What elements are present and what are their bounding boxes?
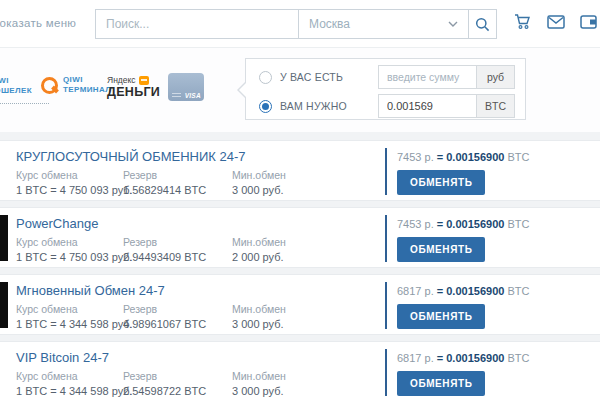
yandex-purse-icon <box>139 76 149 85</box>
exchanger-title-link[interactable]: Мгновенный Обмен 24-7 <box>16 283 165 298</box>
exchanger-title-link[interactable]: КРУГЛОСУТОЧНЫЙ ОБМЕННИК 24-7 <box>16 149 246 164</box>
search-icon <box>475 17 490 32</box>
exchanger-row: Мгновенный Обмен 24-7 Курс обмена1 BTC =… <box>0 274 600 335</box>
search-bar: Москва <box>95 9 497 39</box>
exchanger-logo <box>0 215 8 261</box>
exchanger-logo <box>0 282 8 328</box>
have-label[interactable]: У ВАС ЕСТЬ <box>280 71 343 83</box>
qiwi-wallet-line1: QIWI <box>0 76 32 86</box>
divider <box>385 282 387 329</box>
wallet-widget[interactable]: 0.0 <box>580 15 600 29</box>
payment-bank-card[interactable]: VISA <box>168 73 204 101</box>
exchange-button[interactable]: ОБМЕНЯТЬ <box>397 371 485 396</box>
cart-icon[interactable] <box>514 13 532 30</box>
visa-label: VISA <box>185 92 201 99</box>
rate-value: 1 BTC = 4 750 093 руб. <box>16 184 133 196</box>
have-amount-input[interactable] <box>378 65 477 89</box>
divider <box>385 148 387 195</box>
exchanger-title-link[interactable]: PowerChange <box>16 216 98 231</box>
exchanger-row: VIP Bitcoin 24-7 Курс обмена1 BTC = 4 34… <box>0 341 600 400</box>
rate-label: Курс обмена <box>16 169 133 181</box>
need-amount-input[interactable] <box>378 94 477 118</box>
need-currency: BTC <box>477 94 515 118</box>
reserve-value: 4.98961067 BTC <box>123 318 206 330</box>
rate-value: 1 BTC = 4 344 598 руб. <box>16 318 133 330</box>
search-input[interactable] <box>96 10 298 38</box>
rate-label: Курс обмена <box>16 303 133 315</box>
payment-qiwi-terminal[interactable]: QIWI ТЕРМИНАЛ <box>41 75 111 95</box>
exchanger-logo <box>0 349 8 395</box>
reserve-value: 1.56829414 BTC <box>123 184 206 196</box>
city-select-value: Москва <box>309 17 350 31</box>
exchanger-list: КРУГЛОСУТОЧНЫЙ ОБМЕННИК 24-7 Курс обмена… <box>0 132 600 400</box>
min-label: Мин.обмен <box>232 303 286 315</box>
rate-label: Курс обмена <box>16 236 133 248</box>
min-value: 2 000 руб. <box>232 251 286 263</box>
card-chip-icon <box>172 93 181 97</box>
wallet-icon <box>580 15 597 29</box>
search-button[interactable] <box>468 10 496 38</box>
result-line: 6817 р. = 0.00156900 BTC <box>397 352 529 364</box>
divider <box>385 215 387 262</box>
exchange-button[interactable]: ОБМЕНЯТЬ <box>397 170 485 195</box>
need-label[interactable]: ВАМ НУЖНО <box>280 100 347 112</box>
have-currency: руб <box>477 65 515 89</box>
min-value: 3 000 руб. <box>232 318 286 330</box>
have-row: У ВАС ЕСТЬ руб <box>259 65 515 89</box>
exchange-button[interactable]: ОБМЕНЯТЬ <box>397 237 485 262</box>
need-row: ВАМ НУЖНО BTC <box>259 94 515 118</box>
rate-value: 1 BTC = 4 750 093 руб. <box>16 251 133 263</box>
exchanger-row: КРУГЛОСУТОЧНЫЙ ОБМЕННИК 24-7 Курс обмена… <box>0 140 600 201</box>
reserve-label: Резерв <box>123 169 206 181</box>
min-value: 3 000 руб. <box>232 385 286 397</box>
reserve-label: Резерв <box>123 370 206 382</box>
top-bar: Показать меню Москва 0.0 <box>0 0 600 48</box>
need-radio[interactable] <box>259 100 272 113</box>
reserve-value: 2.54598722 BTC <box>123 385 206 397</box>
qiwi-wallet-line2: КОШЕЛЕК <box>0 86 32 96</box>
qiwi-logo-icon <box>41 77 58 94</box>
payment-qiwi-wallet[interactable]: QIWI КОШЕЛЕК <box>0 76 32 96</box>
min-label: Мин.обмен <box>232 169 286 181</box>
payment-yandex-money[interactable]: Яндекс ДЕНЬГИ <box>107 75 160 99</box>
have-radio[interactable] <box>259 71 272 84</box>
exchanger-row: PowerChange Курс обмена1 BTC = 4 750 093… <box>0 207 600 268</box>
result-line: 7453 р. = 0.00156900 BTC <box>397 151 529 163</box>
min-label: Мин.обмен <box>232 236 286 248</box>
min-value: 3 000 руб. <box>232 184 286 196</box>
qiwi-terminal-line1: QIWI <box>63 75 111 85</box>
min-label: Мин.обмен <box>232 370 286 382</box>
exchange-calculator: У ВАС ЕСТЬ руб ВАМ НУЖНО BTC <box>245 58 526 120</box>
divider <box>385 349 387 396</box>
selected-underline <box>0 103 49 104</box>
mail-icon[interactable] <box>547 15 565 29</box>
yandex-money-label: ДЕНЬГИ <box>107 85 160 99</box>
exchanger-title-link[interactable]: VIP Bitcoin 24-7 <box>16 350 109 365</box>
yandex-name: Яндекс <box>107 75 136 85</box>
exchange-button[interactable]: ОБМЕНЯТЬ <box>397 304 485 329</box>
show-menu-button[interactable]: Показать меню <box>0 17 76 29</box>
rate-label: Курс обмена <box>16 370 133 382</box>
reserve-value: 2.94493409 BTC <box>123 251 206 263</box>
header-icons: 0.0 <box>514 13 600 30</box>
reserve-label: Резерв <box>123 303 206 315</box>
chevron-down-icon <box>448 21 458 27</box>
exchanger-logo <box>0 148 8 194</box>
city-select[interactable]: Москва <box>298 10 468 38</box>
filter-section: QIWI КОШЕЛЕК QIWI ТЕРМИНАЛ Яндекс ДЕНЬГИ… <box>0 48 600 132</box>
qiwi-terminal-line2: ТЕРМИНАЛ <box>63 85 111 95</box>
result-line: 6817 р. = 0.00156900 BTC <box>397 285 529 297</box>
result-line: 7453 р. = 0.00156900 BTC <box>397 218 529 230</box>
rate-value: 1 BTC = 4 344 598 руб. <box>16 385 133 397</box>
reserve-label: Резерв <box>123 236 206 248</box>
